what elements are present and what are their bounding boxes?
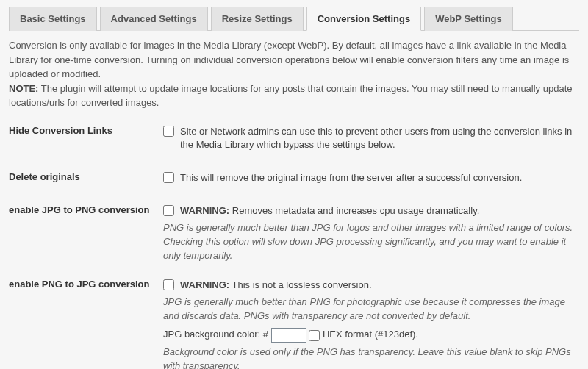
delete-originals-checkbox[interactable] bbox=[163, 172, 174, 183]
jpg-to-png-warn-label: WARNING: bbox=[180, 205, 229, 216]
jpg-bg-color-input[interactable] bbox=[271, 328, 306, 343]
jpg-bg-color-label: JPG background color: # bbox=[163, 329, 268, 340]
hide-conversion-links-desc: Site or Network admins can use this to p… bbox=[180, 125, 579, 153]
png-to-jpg-note: JPG is generally much better than PNG fo… bbox=[163, 295, 579, 323]
png-to-jpg-warn-label: WARNING: bbox=[180, 279, 229, 290]
delete-originals-label: Delete originals bbox=[9, 171, 163, 182]
delete-originals-desc: This will remove the original image from… bbox=[180, 171, 522, 185]
png-to-jpg-label: enable PNG to JPG conversion bbox=[9, 279, 163, 290]
jpg-to-png-note: PNG is generally much better than JPG fo… bbox=[163, 221, 579, 263]
intro-note-text: The plugin will attempt to update image … bbox=[9, 83, 573, 109]
tab-advanced-settings[interactable]: Advanced Settings bbox=[100, 7, 208, 31]
tab-basic-settings[interactable]: Basic Settings bbox=[9, 7, 97, 31]
settings-tabs: Basic Settings Advanced Settings Resize … bbox=[9, 6, 579, 31]
hide-conversion-links-checkbox[interactable] bbox=[163, 126, 174, 137]
hide-conversion-links-label: Hide Conversion Links bbox=[9, 125, 163, 136]
jpg-to-png-checkbox[interactable] bbox=[163, 205, 174, 216]
png-to-jpg-warn-text: This is not a lossless conversion. bbox=[229, 279, 371, 290]
jpg-bg-hex-label: HEX format (#123def). bbox=[320, 329, 418, 340]
png-to-jpg-checkbox[interactable] bbox=[163, 279, 174, 290]
jpg-bg-hex-checkbox[interactable] bbox=[309, 330, 320, 341]
tab-resize-settings[interactable]: Resize Settings bbox=[211, 7, 304, 31]
jpg-bg-note: Background color is used only if the PNG… bbox=[163, 345, 579, 369]
jpg-to-png-label: enable JPG to PNG conversion bbox=[9, 204, 163, 215]
intro-note-label: NOTE: bbox=[9, 83, 38, 94]
jpg-to-png-warn-text: Removes metadata and increases cpu usage… bbox=[229, 205, 479, 216]
tab-webp-settings[interactable]: WebP Settings bbox=[424, 7, 513, 31]
png-to-jpg-warning: WARNING: This is not a lossless conversi… bbox=[180, 279, 372, 293]
tab-conversion-settings[interactable]: Conversion Settings bbox=[306, 7, 421, 31]
intro-text: Conversion is only available for images … bbox=[9, 38, 579, 110]
jpg-to-png-warning: WARNING: Removes metadata and increases … bbox=[180, 204, 479, 218]
intro-line1: Conversion is only available for images … bbox=[9, 40, 569, 79]
